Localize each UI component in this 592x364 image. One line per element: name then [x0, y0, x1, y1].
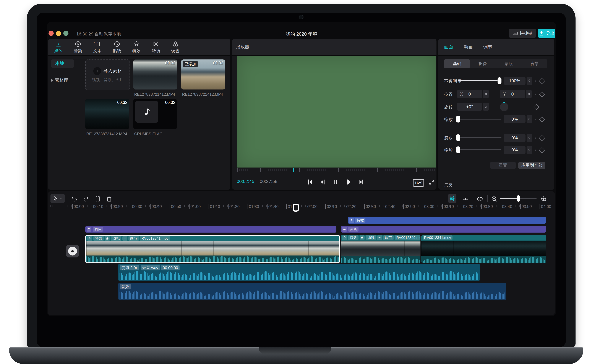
select-tool-button[interactable] — [50, 194, 65, 203]
slim-face-slider-knob[interactable] — [456, 146, 460, 153]
color-track-clip[interactable]: 调色 — [85, 226, 336, 233]
preview-axis-toggle-button[interactable] — [448, 194, 457, 203]
media-tab-媒体[interactable]: 媒体 — [49, 39, 68, 54]
rotation-stepper[interactable] — [483, 103, 489, 111]
sidebar-item-local[interactable]: 本地 — [51, 59, 74, 68]
subtab-background[interactable]: 背景 — [522, 59, 547, 68]
color-track-clip[interactable]: 调色 — [341, 226, 546, 233]
sidebar-item-library[interactable]: 素材库 — [51, 76, 68, 84]
reset-button[interactable]: 重置 — [490, 162, 516, 169]
keyframe-diamond-icon[interactable] — [539, 147, 545, 153]
pause-button[interactable] — [332, 179, 339, 185]
smooth-skin-slider[interactable] — [457, 137, 501, 138]
zoom-out-button[interactable] — [491, 195, 498, 202]
audio-clip-sfx[interactable]: 音效 — [118, 283, 506, 300]
keyframe-prev-icon[interactable] — [534, 79, 538, 83]
position-x-field[interactable]: X 0 — [457, 90, 482, 98]
keyframe-diamond-icon[interactable] — [539, 91, 545, 97]
preview-canvas[interactable] — [237, 56, 436, 168]
ruler-label: 00:10 — [92, 204, 103, 209]
apply-to-all-button[interactable]: 应用到全部 — [518, 162, 545, 169]
aspect-ratio-button[interactable]: 16:9 — [413, 179, 424, 187]
audio-asset-card[interactable]: 00:32 — [133, 99, 177, 129]
color-icon — [172, 41, 179, 47]
slim-face-slider[interactable] — [457, 150, 501, 150]
scale-keyframe-controls[interactable] — [534, 117, 544, 122]
import-label: 导入素材 — [103, 68, 122, 74]
ruler-label: 01:20 — [228, 204, 240, 209]
shortcuts-button[interactable]: 快捷键 — [509, 29, 536, 38]
scale-stepper[interactable] — [527, 115, 532, 123]
audio-clip-recording[interactable]: 变速 2.0x录音.wav00:00:00 — [118, 264, 480, 281]
effect-track-clip[interactable]: 特效 — [348, 217, 546, 224]
skip-to-end-button[interactable] — [358, 179, 365, 185]
asset-filename: CRUMBS.FLAC — [134, 132, 180, 136]
rotation-keyframe-controls[interactable] — [534, 105, 538, 109]
scale-slider-knob[interactable] — [456, 116, 460, 123]
smooth-skin-slider-knob[interactable] — [456, 134, 460, 141]
slim-face-keyframe-controls[interactable] — [534, 148, 544, 152]
video-clip[interactable]: 特效滤镜调节RV0012341.mov — [85, 235, 340, 263]
opacity-keyframe-controls[interactable] — [534, 79, 544, 83]
media-tab-文本[interactable]: TI文本 — [88, 39, 107, 54]
playhead[interactable] — [296, 204, 296, 315]
timeline-ruler[interactable]: 00:0000:1000:2000:3000:4000:5001:0001:10… — [48, 204, 555, 211]
undo-button[interactable] — [71, 195, 78, 202]
previous-frame-button[interactable] — [319, 179, 326, 185]
rotation-knob[interactable] — [500, 103, 508, 111]
opacity-slider[interactable] — [458, 80, 499, 81]
delete-clip-button[interactable] — [106, 195, 112, 202]
split-clip-button[interactable] — [94, 195, 101, 202]
scale-slider[interactable] — [457, 119, 501, 119]
auto-ripple-button[interactable] — [477, 195, 483, 202]
export-button[interactable]: 导出 — [538, 29, 555, 38]
position-x-stepper[interactable] — [483, 90, 489, 98]
media-tab-特效[interactable]: 特效 — [127, 39, 146, 54]
video-asset-card[interactable]: 已添加00:32 — [181, 59, 225, 90]
opacity-slider-knob[interactable] — [498, 77, 501, 84]
keyframe-diamond-icon[interactable] — [533, 104, 539, 110]
redo-button[interactable] — [82, 195, 89, 202]
tab-animation[interactable]: 动画 — [464, 44, 473, 50]
subtab-chroma[interactable]: 抠像 — [470, 59, 496, 68]
video-clip[interactable]: RV0012341.mov — [421, 235, 546, 263]
video-asset-card[interactable]: 00:32 — [133, 59, 177, 90]
media-tab-音频[interactable]: 音频 — [68, 39, 88, 54]
project-title: 我的 2020 年鉴 — [47, 31, 556, 37]
smooth-skin-keyframe-controls[interactable] — [534, 136, 544, 140]
mute-track-button[interactable] — [66, 245, 79, 257]
sidebar-local-label: 本地 — [55, 60, 64, 66]
fullscreen-button[interactable] — [428, 179, 435, 185]
import-material-button[interactable]: 导入素材 视频、音频、图片 — [85, 59, 130, 90]
video-asset-card[interactable]: 00:32 — [85, 99, 129, 129]
scale-value[interactable]: 0% — [504, 115, 525, 123]
media-tab-贴纸[interactable]: 贴纸 — [107, 39, 127, 54]
media-tab-调色[interactable]: 调色 — [166, 39, 185, 54]
position-y-field[interactable]: Y 0 — [500, 90, 525, 98]
timeline-zoom-knob[interactable] — [517, 195, 520, 202]
media-tab-转场[interactable]: 转场 — [146, 39, 166, 54]
playhead-handle[interactable] — [293, 204, 299, 212]
link-clips-button[interactable] — [462, 195, 469, 202]
smooth-skin-stepper[interactable] — [527, 134, 532, 142]
keyframe-diamond-icon[interactable] — [539, 135, 545, 141]
video-clip[interactable]: 特效滤镜调节RV0012349.mov — [341, 235, 420, 263]
smooth-skin-value[interactable]: 0% — [504, 134, 525, 142]
position-y-stepper[interactable] — [526, 90, 532, 98]
slim-face-value[interactable]: 0% — [504, 146, 525, 154]
keyframe-diamond-icon[interactable] — [539, 78, 545, 84]
skip-to-start-button[interactable] — [307, 179, 314, 185]
zoom-in-button[interactable] — [540, 195, 547, 202]
clip-badge: 调节 — [128, 236, 139, 241]
slim-face-stepper[interactable] — [527, 146, 532, 154]
rotation-field[interactable]: +0° — [457, 103, 482, 111]
next-frame-button[interactable] — [345, 179, 352, 185]
keyframe-diamond-icon[interactable] — [539, 116, 545, 122]
tab-picture[interactable]: 画面 — [444, 44, 453, 50]
tab-adjust[interactable]: 调节 — [483, 44, 492, 50]
opacity-value[interactable]: 100% — [504, 77, 525, 85]
opacity-stepper[interactable] — [527, 77, 532, 85]
subtab-basic[interactable]: 基础 — [444, 59, 470, 68]
position-keyframe-controls[interactable] — [534, 92, 544, 97]
subtab-mask[interactable]: 蒙版 — [496, 59, 522, 68]
